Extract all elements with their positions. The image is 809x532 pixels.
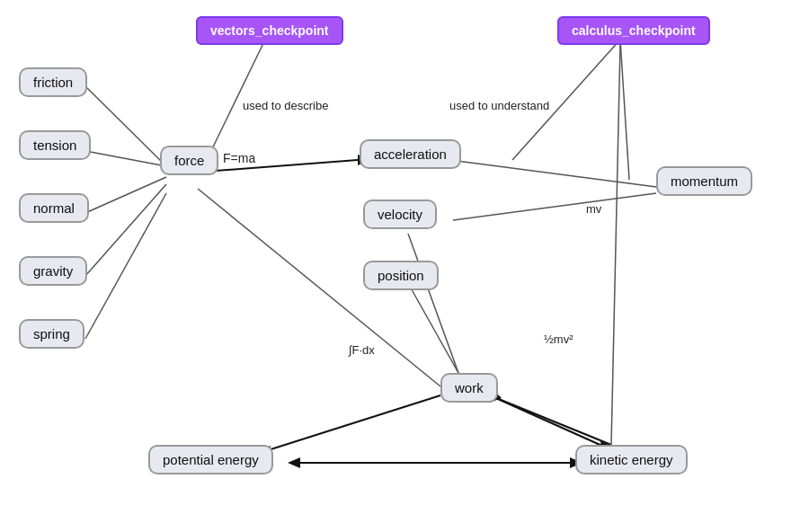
- f-eq-ma-label: F=ma: [223, 151, 255, 165]
- tension-node: tension: [19, 130, 91, 160]
- vectors-checkpoint-node: vectors_checkpoint: [196, 16, 343, 45]
- kinetic-energy-node: kinetic energy: [575, 445, 688, 474]
- svg-line-13: [404, 277, 458, 373]
- svg-line-2: [620, 40, 629, 180]
- half-mv2-label: ½mv²: [544, 332, 573, 346]
- svg-line-11: [449, 160, 656, 187]
- spring-node: spring: [19, 319, 84, 349]
- calculus-checkpoint-node: calculus_checkpoint: [557, 16, 710, 45]
- mv-label: mv: [586, 202, 601, 216]
- svg-line-7: [85, 193, 166, 339]
- potential-energy-node: potential energy: [148, 445, 273, 474]
- used-to-describe-label: used to describe: [243, 99, 328, 112]
- svg-line-5: [85, 177, 166, 213]
- position-node: position: [363, 261, 439, 290]
- svg-line-19: [490, 395, 604, 447]
- force-node: force: [160, 146, 218, 175]
- momentum-node: momentum: [656, 166, 752, 196]
- velocity-node: velocity: [363, 200, 437, 229]
- integral-f-dx-label: ∫F·dx: [349, 343, 375, 357]
- svg-line-4: [85, 151, 166, 166]
- svg-line-6: [85, 184, 166, 276]
- svg-line-3: [86, 87, 166, 166]
- svg-line-15: [490, 395, 611, 445]
- normal-node: normal: [19, 193, 89, 223]
- svg-marker-22: [288, 457, 300, 468]
- svg-line-17: [265, 395, 440, 451]
- gravity-node: gravity: [19, 256, 87, 286]
- friction-node: friction: [19, 67, 87, 97]
- diagram-container: vectors_checkpoint calculus_checkpoint f…: [0, 0, 809, 532]
- svg-line-12: [453, 193, 656, 220]
- used-to-understand-label: used to understand: [449, 99, 549, 112]
- work-node: work: [440, 373, 498, 403]
- svg-line-14: [408, 234, 458, 373]
- acceleration-node: acceleration: [360, 139, 461, 169]
- svg-line-24: [611, 45, 620, 445]
